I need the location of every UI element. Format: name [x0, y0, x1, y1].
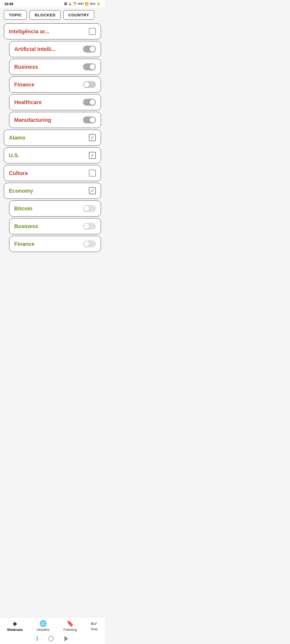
list-item-artificial[interactable]: Artificial Intelli...	[9, 41, 101, 57]
alarm-icon: ⏰	[73, 2, 77, 6]
checkbox-economy[interactable]	[89, 187, 96, 194]
toggle-finance-green[interactable]	[83, 240, 96, 247]
item-label-inteligencia: Inteligência ar...	[9, 28, 49, 35]
item-label-bitcoin: Bitcoin	[14, 206, 32, 212]
status-bar: 18:08 🖼 🔒 ⏰ WiFi 📶 36% 🔋	[0, 0, 105, 8]
list-item-business-red[interactable]: Business	[9, 59, 101, 75]
item-label-healthcare: Healthcare	[14, 99, 42, 105]
toggle-business-green[interactable]	[83, 223, 96, 230]
list-item-healthcare[interactable]: Healthcare	[9, 94, 101, 110]
list-item-cultura[interactable]: Cultura	[4, 165, 101, 181]
toggle-business-red[interactable]	[83, 63, 96, 70]
item-label-business-red: Business	[14, 64, 38, 70]
item-label-artificial: Artificial Intelli...	[14, 46, 56, 52]
battery-icon: 🔋	[97, 2, 100, 6]
toggle-healthcare[interactable]	[83, 99, 96, 106]
list-item-business-green[interactable]: Business	[9, 218, 101, 234]
list-item-manufacturing[interactable]: Manufacturing	[9, 112, 101, 128]
list-item-finance-red[interactable]: Finance	[9, 76, 101, 93]
item-label-us: U.S.	[9, 152, 19, 159]
list-item-bitcoin[interactable]: Bitcoin	[9, 200, 101, 217]
tab-topic[interactable]: TOPIC	[4, 10, 27, 20]
content-area: Inteligência ar... Artificial Intelli...…	[0, 22, 105, 288]
list-item-inteligencia[interactable]: Inteligência ar...	[4, 23, 101, 39]
tab-bar: TOPIC BLOCKED COUNTRY	[0, 8, 105, 22]
item-label-finance-red: Finance	[14, 82, 35, 88]
item-label-economy: Economy	[9, 188, 33, 194]
signal-icon: 📶	[85, 2, 89, 6]
toggle-finance-red[interactable]	[83, 81, 96, 88]
tab-blocked[interactable]: BLOCKED	[30, 10, 61, 20]
list-item-us[interactable]: U.S.	[4, 147, 101, 163]
checkbox-alamo[interactable]	[89, 134, 96, 141]
toggle-bitcoin[interactable]	[83, 205, 96, 212]
gallery-icon: 🖼	[64, 2, 67, 5]
battery-text: 36%	[90, 2, 96, 5]
list-item-economy[interactable]: Economy	[4, 183, 101, 199]
checkbox-cultura[interactable]	[89, 170, 96, 177]
toggle-manufacturing[interactable]	[83, 116, 96, 123]
toggle-artificial[interactable]	[83, 46, 96, 53]
status-time: 18:08	[4, 2, 13, 6]
list-item-alamo[interactable]: Alamo	[4, 130, 101, 146]
item-label-finance-green: Finance	[14, 241, 35, 247]
item-label-manufacturing: Manufacturing	[14, 117, 51, 123]
list-item-finance-green[interactable]: Finance	[9, 236, 101, 252]
item-label-cultura: Cultura	[9, 170, 28, 176]
item-label-alamo: Alamo	[9, 135, 25, 141]
item-label-business-green: Business	[14, 223, 38, 229]
status-icons: 🖼 🔒 ⏰ WiFi 📶 36% 🔋	[64, 2, 100, 6]
checkbox-inteligencia[interactable]	[89, 28, 96, 35]
wifi-icon: WiFi	[78, 2, 84, 5]
lock-icon: 🔒	[68, 2, 72, 6]
checkbox-us[interactable]	[89, 152, 96, 159]
tab-country[interactable]: COUNTRY	[63, 10, 94, 20]
